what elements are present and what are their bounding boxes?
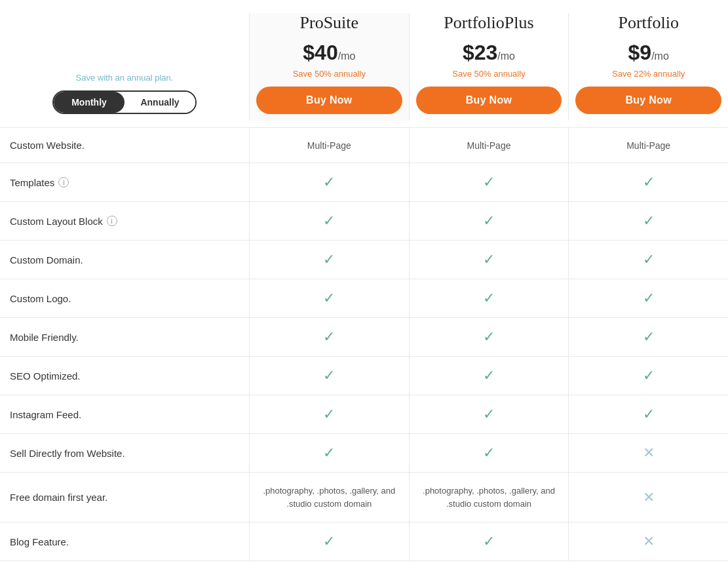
check-icon: ✓ (643, 252, 655, 267)
feature-row: Mobile Friendly.✓✓✓ (0, 317, 728, 356)
info-icon[interactable]: i (107, 216, 117, 226)
feature-row: Templatesi✓✓✓ (0, 163, 728, 201)
feature-cell: ✓ (568, 241, 728, 279)
feature-cell: ✓ (249, 163, 409, 201)
check-icon: ✓ (483, 407, 495, 422)
plan-save-portfolioplus: Save 50% annually (416, 69, 562, 79)
feature-row: Custom Logo.✓✓✓ (0, 279, 728, 317)
feature-cell: ✓ (249, 279, 409, 317)
feature-cell: ✓ (409, 241, 569, 279)
check-icon: ✓ (483, 330, 495, 344)
feature-row: Blog Feature.✓✓✕ (0, 522, 728, 561)
feature-cell: Multi-Page (568, 128, 728, 163)
feature-cell: ✓ (568, 202, 728, 240)
feature-cell: ✓ (249, 357, 409, 395)
plan-header-portfolioplus: PortfolioPlus $23/mo Save 50% annually B… (409, 13, 569, 121)
check-icon: ✓ (643, 291, 655, 305)
check-icon: ✓ (323, 175, 335, 189)
feature-cell: ✓ (409, 434, 569, 472)
feature-row: Sell Directly from Website.✓✓✕ (0, 433, 728, 472)
feature-row: SEO Optimized.✓✓✓ (0, 356, 728, 395)
plan-price-amount-portfolioplus: $23 (463, 41, 497, 64)
feature-name-cell: Sell Directly from Website. (0, 434, 249, 472)
plan-price-amount-portfolio: $9 (628, 41, 652, 64)
save-annual-link[interactable]: Save with an annual plan. (76, 73, 174, 83)
feature-cell: ✓ (409, 395, 569, 433)
feature-cell: ✓ (249, 522, 409, 561)
feature-row: Custom Layout Blocki✓✓✓ (0, 201, 728, 240)
feature-name-cell: Templatesi (0, 163, 249, 201)
check-icon: ✓ (483, 214, 495, 228)
annually-toggle-btn[interactable]: Annually (125, 92, 195, 113)
feature-name-cell: Custom Website. (0, 128, 249, 163)
check-icon: ✓ (323, 534, 335, 549)
feature-cell: ✓ (249, 202, 409, 240)
feature-cell: ✓ (409, 279, 569, 317)
cross-icon: ✕ (643, 446, 655, 460)
cross-icon: ✕ (643, 534, 655, 549)
feature-cell: .photography, .photos, .gallery, and .st… (249, 473, 409, 522)
buy-btn-prosuite[interactable]: Buy Now (256, 87, 402, 114)
plan-price-prosuite: $40/mo (256, 41, 402, 65)
check-icon: ✓ (643, 175, 655, 189)
monthly-toggle-btn[interactable]: Monthly (54, 92, 125, 113)
plan-save-prosuite: Save 50% annually (256, 69, 402, 79)
feature-cell: Multi-Page (409, 128, 569, 163)
feature-name-cell: Custom Layout Blocki (0, 202, 249, 240)
plan-name-portfolioplus: PortfolioPlus (416, 13, 562, 33)
info-icon[interactable]: i (58, 177, 69, 187)
feature-row: Free domain first year..photography, .ph… (0, 472, 728, 522)
feature-cell: ✓ (568, 163, 728, 201)
check-icon: ✓ (643, 330, 655, 344)
feature-name-cell: Free domain first year. (0, 473, 249, 522)
feature-cell: ✓ (568, 395, 728, 433)
check-icon: ✓ (483, 252, 495, 267)
feature-name-cell: Blog Feature. (0, 522, 249, 561)
feature-cell: ✓ (249, 318, 409, 356)
feature-row: Instagram Feed.✓✓✓ (0, 395, 728, 433)
billing-toggle: Monthly Annually (52, 90, 197, 114)
check-icon: ✓ (323, 330, 335, 344)
feature-cell: ✓ (409, 202, 569, 240)
cross-icon: ✕ (643, 490, 655, 505)
feature-cell: ✕ (568, 434, 728, 472)
feature-row: Custom Domain.✓✓✓ (0, 240, 728, 279)
domain-text: .photography, .photos, .gallery, and .st… (256, 484, 402, 510)
check-icon: ✓ (323, 214, 335, 228)
check-icon: ✓ (483, 175, 495, 189)
feature-cell: ✓ (568, 357, 728, 395)
check-icon: ✓ (483, 368, 495, 383)
feature-cell: ✓ (409, 163, 569, 201)
feature-cell: ✕ (568, 473, 728, 522)
feature-name-cell: Instagram Feed. (0, 395, 249, 433)
buy-btn-portfolioplus[interactable]: Buy Now (416, 87, 562, 114)
check-icon: ✓ (483, 446, 495, 460)
pricing-table: Save with an annual plan. Monthly Annual… (0, 0, 728, 571)
feature-cell: ✓ (409, 522, 569, 561)
feature-cell: ✓ (249, 241, 409, 279)
feature-cell: Multi-Page (249, 128, 409, 163)
feature-cell: ✕ (568, 522, 728, 561)
check-icon: ✓ (323, 368, 335, 383)
feature-cell: ✓ (409, 357, 569, 395)
feature-name-cell: Mobile Friendly. (0, 318, 249, 356)
feature-cell: ✓ (568, 318, 728, 356)
plan-price-period-prosuite: /mo (338, 50, 356, 62)
check-icon: ✓ (323, 446, 335, 460)
feature-cell: ✓ (568, 279, 728, 317)
header-left: Save with an annual plan. Monthly Annual… (0, 73, 249, 121)
feature-cell: .photography, .photos, .gallery, and .st… (409, 473, 569, 522)
plan-price-period-portfolioplus: /mo (497, 50, 515, 62)
plan-header-prosuite: ProSuite $40/mo Save 50% annually Buy No… (249, 13, 409, 121)
plan-save-portfolio: Save 22% annually (575, 69, 721, 79)
feature-cell: ✓ (249, 395, 409, 433)
check-icon: ✓ (643, 407, 655, 422)
buy-btn-portfolio[interactable]: Buy Now (575, 87, 721, 114)
check-icon: ✓ (483, 291, 495, 305)
header-row: Save with an annual plan. Monthly Annual… (0, 13, 728, 127)
domain-text: .photography, .photos, .gallery, and .st… (416, 484, 562, 510)
plan-price-portfolio: $9/mo (575, 41, 721, 65)
check-icon: ✓ (643, 214, 655, 228)
features-container: Custom Website.Multi-PageMulti-PageMulti… (0, 127, 728, 561)
check-icon: ✓ (323, 291, 335, 305)
